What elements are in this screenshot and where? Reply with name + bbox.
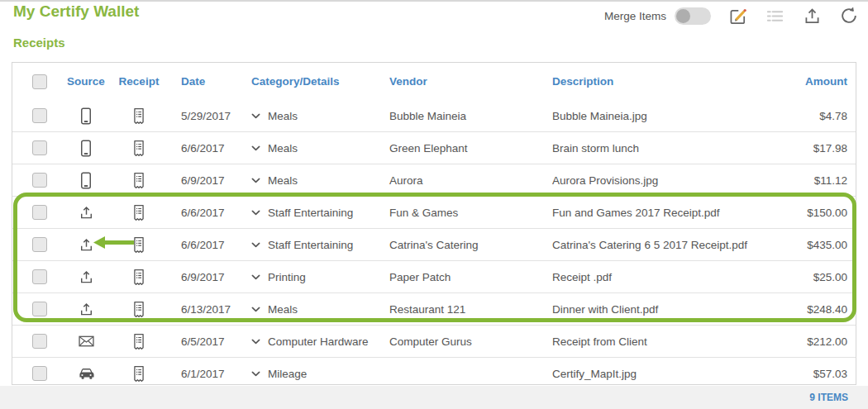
chevron-down-icon[interactable] [251,274,260,280]
column-header-date[interactable]: Date [166,63,236,100]
page-title: My Certify Wallet [13,2,139,21]
row-checkbox[interactable] [32,237,47,252]
column-header-vendor[interactable]: Vendor [374,63,537,100]
table-row[interactable]: 6/6/2017 Staff Entertaining Fun & Games … [12,197,856,229]
table-row[interactable]: 6/13/2017 Meals Restaurant 121 Dinner wi… [12,293,856,326]
upload-source-icon [79,302,93,317]
receipt-icon[interactable] [132,236,145,254]
description-cell: Fun and Games 2017 Receipt.pdf [552,207,720,219]
table-row[interactable]: 6/6/2017 Meals Green Elephant Brain stor… [12,132,856,164]
chevron-down-icon[interactable] [251,113,260,119]
email-source-icon [79,335,94,347]
description-cell: Brain storm lunch [552,142,639,155]
amount-cell: $11.12 [814,174,847,187]
amount-cell: $248.40 [807,303,847,316]
refresh-icon[interactable] [838,5,860,26]
vendor-cell: Bubble Maineia [389,110,466,122]
table-header-row: Source Receipt Date Category/Details Ven… [12,63,856,100]
description-cell: Catrina's Catering 6 5 2017 Receipt.pdf [552,239,747,251]
chevron-down-icon[interactable] [251,210,260,216]
column-header-source[interactable]: Source [60,63,112,100]
chevron-down-icon[interactable] [251,339,260,345]
chevron-down-icon[interactable] [251,371,260,377]
category-cell[interactable]: Staff Entertaining [268,207,353,219]
table-row[interactable]: 6/9/2017 Meals Aurora Aurora Provisions.… [12,164,856,197]
date-cell: 6/1/2017 [181,368,225,380]
footer-strip: 9 ITEMS [0,386,868,409]
vendor-cell: Paper Patch [389,271,451,283]
table-row[interactable]: 5/29/2017 Meals Bubble Maineia Bubble Ma… [12,100,856,132]
receipt-icon[interactable] [132,107,145,125]
chevron-down-icon[interactable] [251,307,260,312]
column-header-category[interactable]: Category/Details [236,63,374,100]
receipt-icon[interactable] [132,301,145,318]
table-row[interactable]: 6/6/2017 Staff Entertaining Catrina's Ca… [12,229,856,261]
chevron-down-icon[interactable] [251,145,260,151]
amount-cell: $4.78 [819,110,847,122]
category-cell[interactable]: Printing [268,271,306,283]
list-icon[interactable] [764,5,785,26]
row-checkbox[interactable] [32,205,47,220]
vendor-cell: Aurora [389,174,423,187]
chevron-down-icon[interactable] [251,242,260,248]
amount-cell: $25.00 [813,271,847,283]
category-cell[interactable]: Meals [268,174,298,187]
receipts-table: Source Receipt Date Category/Details Ven… [12,63,856,389]
amount-cell: $17.98 [813,142,847,155]
merge-items-toggle[interactable] [675,7,711,25]
category-cell[interactable]: Meals [268,142,298,155]
description-cell: Bubble Maineia.jpg [552,110,647,122]
date-cell: 6/6/2017 [181,239,225,251]
vendor-cell: Catrina's Catering [389,239,479,251]
receipt-icon[interactable] [132,365,145,383]
date-cell: 5/29/2017 [181,110,231,122]
column-header-description[interactable]: Description [537,63,793,100]
receipt-icon[interactable] [132,333,145,350]
upload-icon[interactable] [801,5,823,26]
row-checkbox[interactable] [32,173,47,188]
certify-wallet-page: My Certify Wallet Merge Items [0,0,868,409]
row-checkbox[interactable] [32,302,47,316]
row-checkbox[interactable] [32,269,47,284]
row-checkbox[interactable] [32,140,47,155]
row-checkbox[interactable] [32,108,47,123]
row-checkbox[interactable] [32,366,47,381]
table-row[interactable]: 6/9/2017 Printing Paper Patch Receipt .p… [12,261,856,293]
category-cell[interactable]: Computer Hardware [268,335,369,348]
receipt-icon[interactable] [132,269,145,286]
receipt-icon[interactable] [132,204,145,221]
date-cell: 6/6/2017 [181,142,225,155]
section-title: Receipts [13,36,65,50]
category-cell[interactable]: Staff Entertaining [268,239,353,251]
vendor-cell: Computer Gurus [389,335,472,348]
category-cell[interactable]: Meals [268,110,298,122]
receipt-icon[interactable] [132,140,145,157]
receipt-icon[interactable] [132,172,145,189]
vendor-cell: Fun & Games [389,207,458,219]
column-header-receipt[interactable]: Receipt [112,63,166,100]
category-cell[interactable]: Mileage [268,368,307,380]
mobile-source-icon [80,172,92,189]
date-cell: 6/9/2017 [181,174,225,187]
receipts-table-card: Source Receipt Date Category/Details Ven… [12,62,856,385]
column-header-amount[interactable]: Amount [793,63,856,100]
table-row[interactable]: 6/1/2017 Mileage Certify_MapIt.jpg $57.0… [12,358,856,390]
select-all-checkbox[interactable] [32,74,47,89]
upload-source-icon [79,269,93,285]
chevron-down-icon[interactable] [251,178,260,183]
toggle-knob [676,9,690,23]
table-row[interactable]: 6/5/2017 Computer Hardware Computer Guru… [12,326,856,358]
row-checkbox[interactable] [32,334,47,349]
amount-cell: $212.00 [807,335,847,348]
date-cell: 6/13/2017 [181,303,231,316]
category-cell[interactable]: Meals [268,303,298,316]
date-cell: 6/5/2017 [181,335,225,348]
description-cell: Receipt from Client [552,335,647,348]
date-cell: 6/9/2017 [181,271,225,283]
merge-items-label: Merge Items [604,10,666,22]
vendor-cell: Green Elephant [389,142,468,155]
top-divider [0,0,868,2]
edit-icon[interactable] [727,5,748,26]
upload-source-icon [79,237,93,253]
amount-cell: $150.00 [807,207,847,219]
